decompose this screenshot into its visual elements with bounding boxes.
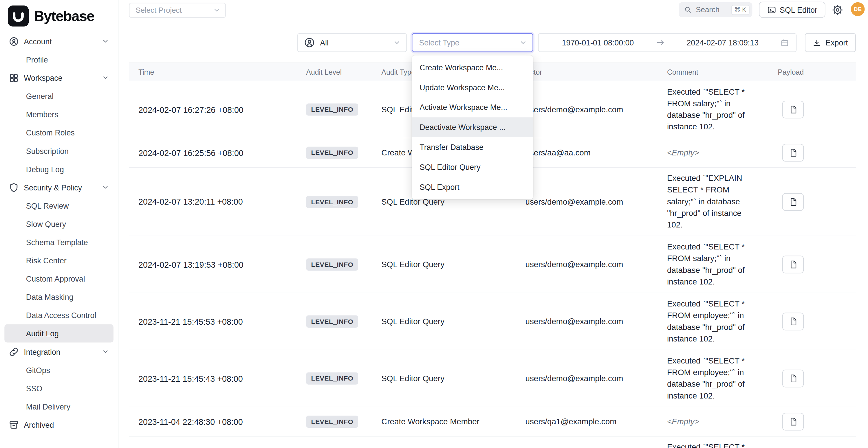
- search-input[interactable]: Search ⌘ K: [679, 2, 752, 18]
- dropdown-option-update-workspace-member[interactable]: Update Workspace Me...: [412, 77, 533, 98]
- avatar-initials: DE: [854, 6, 862, 12]
- sidebar-item-data-masking[interactable]: Data Masking: [4, 288, 114, 306]
- sidebar-item-subscription[interactable]: Subscription: [4, 141, 114, 160]
- dropdown-option-deactivate-workspace-member[interactable]: Deactivate Workspace ...: [412, 117, 533, 137]
- date-range-picker[interactable]: 1970-01-01 08:00:00 2024-02-07 18:09:13: [538, 33, 797, 52]
- brand-logo[interactable]: Bytebase: [0, 0, 118, 31]
- actor-filter-value: All: [320, 38, 388, 47]
- column-header-actor: Actor: [525, 68, 667, 76]
- gear-icon: [832, 4, 843, 15]
- grid-icon: [9, 73, 19, 83]
- cell-comment: Executed `"SELECT * FROM salary;"` in da…: [667, 86, 778, 133]
- column-header-comment: Comment: [667, 68, 778, 76]
- cell-audit-type: SQL Editor Query: [381, 374, 525, 383]
- search-shortcut-badge: ⌘ K: [731, 5, 750, 14]
- search-icon: [684, 6, 692, 13]
- sidebar-section-security-policy[interactable]: Security & Policy: [4, 178, 114, 196]
- type-filter-select[interactable]: Select Type: [412, 33, 533, 52]
- sidebar-item-custom-roles[interactable]: Custom Roles: [4, 123, 114, 141]
- chevron-down-icon: [213, 7, 220, 14]
- user-avatar[interactable]: DE: [851, 2, 865, 16]
- sidebar-item-custom-approval[interactable]: Custom Approval: [4, 269, 114, 288]
- chevron-down-icon: [102, 74, 109, 81]
- sidebar-item-audit-log[interactable]: Audit Log: [4, 324, 114, 342]
- sidebar-section-integration[interactable]: Integration: [4, 343, 114, 361]
- type-filter-placeholder: Select Type: [419, 38, 459, 47]
- sidebar-section-workspace[interactable]: Workspace: [4, 69, 114, 87]
- payload-view-button[interactable]: [782, 256, 804, 273]
- cell-audit-type: Create Workspace Member: [381, 417, 525, 426]
- sidebar-item-gitops[interactable]: GitOps: [4, 361, 114, 379]
- sidebar-item-slow-query[interactable]: Slow Query: [4, 215, 114, 233]
- payload-view-button[interactable]: [782, 313, 804, 330]
- app-window: Bytebase Account Profile Workspace Gener…: [0, 0, 868, 448]
- cell-time: 2023-11-21 15:45:53 +08:00: [129, 317, 302, 326]
- section-label: Archived: [24, 420, 54, 429]
- project-select-placeholder: Select Project: [135, 6, 182, 14]
- audit-level-badge: LEVEL_INFO: [306, 196, 358, 208]
- cell-comment: Executed `"SELECT * FROM employee;"` in …: [667, 355, 778, 402]
- sidebar-item-risk-center[interactable]: Risk Center: [4, 251, 114, 269]
- project-select[interactable]: Select Project: [129, 3, 226, 18]
- sidebar-section-account[interactable]: Account: [4, 32, 114, 50]
- item-label: Profile: [26, 55, 48, 64]
- sidebar-item-sso[interactable]: SSO: [4, 379, 114, 397]
- cell-actor: users/demo@example.com: [525, 260, 667, 269]
- sidebar-item-general[interactable]: General: [4, 87, 114, 105]
- dropdown-option-activate-workspace-member[interactable]: Activate Workspace Me...: [412, 98, 533, 118]
- sidebar-item-mail-delivery[interactable]: Mail Delivery: [4, 397, 114, 416]
- brand-name: Bytebase: [34, 7, 94, 25]
- item-label: Subscription: [26, 147, 69, 155]
- dropdown-option-create-workspace-member[interactable]: Create Workspace Me...: [412, 58, 533, 77]
- type-filter-dropdown: Create Workspace Me... Update Workspace …: [412, 55, 533, 199]
- section-label: Security & Policy: [24, 183, 82, 192]
- dropdown-option-sql-export[interactable]: SQL Export: [412, 177, 533, 197]
- sidebar-nav: Account Profile Workspace General Member…: [0, 31, 118, 434]
- item-label: Mail Delivery: [26, 402, 70, 411]
- audit-level-badge: LEVEL_INFO: [306, 258, 358, 270]
- cell-comment: Executed `"SELECT * FROM department;"` i…: [667, 442, 778, 448]
- shield-icon: [9, 182, 19, 192]
- date-to: 2024-02-07 18:09:13: [686, 38, 758, 47]
- sidebar-item-schema-template[interactable]: Schema Template: [4, 233, 114, 251]
- cell-time: 2024-02-07 16:25:56 +08:00: [129, 148, 302, 157]
- table-row: 2023-11-04 22:48:30 +08:00 LEVEL_INFO Cr…: [129, 407, 856, 437]
- payload-view-button[interactable]: [782, 370, 804, 387]
- file-icon: [789, 260, 798, 269]
- sidebar-item-members[interactable]: Members: [4, 105, 114, 123]
- payload-view-button[interactable]: [782, 101, 804, 118]
- sidebar-item-data-access-control[interactable]: Data Access Control: [4, 306, 114, 324]
- dropdown-option-sql-editor-query[interactable]: SQL Editor Query: [412, 157, 533, 177]
- cell-time: 2023-11-04 22:48:30 +08:00: [129, 417, 302, 426]
- cell-comment: Executed `"EXPLAIN SELECT * FROM salary;…: [667, 173, 778, 231]
- file-icon: [789, 197, 798, 206]
- audit-level-badge: LEVEL_INFO: [306, 373, 358, 385]
- calendar-icon: [781, 38, 789, 47]
- payload-view-button[interactable]: [782, 413, 804, 430]
- settings-button[interactable]: [832, 4, 844, 16]
- date-from: 1970-01-01 08:00:00: [562, 38, 634, 47]
- dropdown-option-transfer-database[interactable]: Transfer Database: [412, 137, 533, 157]
- section-label: Workspace: [24, 73, 62, 82]
- sidebar-section-archived[interactable]: Archived: [4, 416, 114, 434]
- sidebar-item-sql-review[interactable]: SQL Review: [4, 196, 114, 215]
- terminal-icon: [767, 5, 776, 14]
- column-header-time: Time: [129, 68, 302, 76]
- file-icon: [789, 148, 798, 157]
- actor-filter-select[interactable]: All: [297, 33, 407, 52]
- cell-actor: users/demo@example.com: [525, 105, 667, 114]
- export-button[interactable]: Export: [805, 33, 856, 52]
- file-icon: [789, 105, 798, 114]
- search-placeholder: Search: [696, 5, 727, 14]
- audit-level-badge: LEVEL_INFO: [306, 104, 358, 116]
- item-label: Audit Log: [26, 329, 59, 338]
- cell-comment: Executed `"SELECT * FROM employee;"` in …: [667, 298, 778, 345]
- sidebar-item-profile[interactable]: Profile: [4, 50, 114, 69]
- item-label: Data Access Control: [26, 311, 96, 320]
- payload-view-button[interactable]: [782, 144, 804, 161]
- payload-view-button[interactable]: [782, 193, 804, 211]
- file-icon: [789, 374, 798, 383]
- cell-actor: users/demo@example.com: [525, 374, 667, 383]
- sql-editor-button[interactable]: SQL Editor: [759, 2, 825, 18]
- sidebar-item-debug-log[interactable]: Debug Log: [4, 160, 114, 178]
